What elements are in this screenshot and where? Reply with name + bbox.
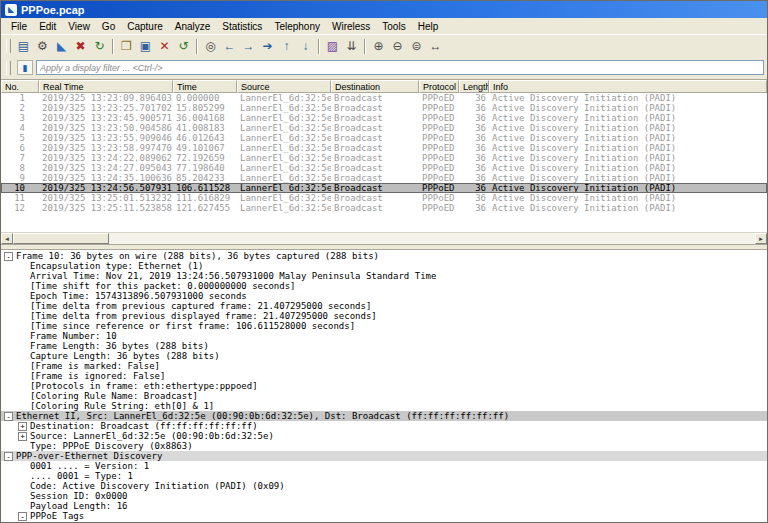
go-to-packet-button[interactable]: ➔ [258, 37, 277, 55]
detail-line[interactable]: [Coloring Rule String: eth[0] & 1] [1, 401, 767, 411]
packet-row[interactable]: 12019/325 13:23:09.8964030.000000LannerE… [1, 93, 767, 103]
toolbar-separator [112, 39, 114, 54]
tree-expander-minus-icon[interactable]: - [18, 512, 27, 521]
resize-columns-button[interactable]: ↔ [426, 37, 445, 55]
go-forward-button[interactable]: → [239, 37, 258, 55]
packet-row[interactable]: 42019/325 13:23:50.90458641.008183Lanner… [1, 123, 767, 133]
save-capture-button[interactable]: ▣ [136, 37, 155, 55]
restart-capture-button[interactable]: ↻ [90, 37, 109, 55]
menu-edit[interactable]: Edit [33, 20, 62, 33]
zoom-in-button[interactable]: ⊕ [369, 37, 388, 55]
detail-line[interactable]: [Time shift for this packet: 0.000000000… [1, 281, 767, 291]
go-back-button[interactable]: ← [220, 37, 239, 55]
capture-options-button[interactable]: ⚙ [33, 37, 52, 55]
scrollbar-thumb[interactable] [13, 233, 109, 244]
menu-help[interactable]: Help [412, 20, 445, 33]
column-header-realtime[interactable]: Real Time [39, 80, 173, 93]
detail-line[interactable]: [Coloring Rule Name: Broadcast] [1, 391, 767, 401]
zoom-original-button[interactable]: ⊜ [407, 37, 426, 55]
column-header-no[interactable]: No. [1, 80, 39, 93]
auto-scroll-button[interactable]: ⇊ [342, 37, 361, 55]
display-filter-input[interactable] [36, 60, 764, 75]
detail-line[interactable]: +Destination: Broadcast (ff:ff:ff:ff:ff:… [1, 421, 767, 431]
detail-line[interactable]: [Protocols in frame: eth:ethertype:pppoe… [1, 381, 767, 391]
detail-line[interactable]: +Source: LannerEl_6d:32:5e (00:90:0b:6d:… [1, 431, 767, 441]
detail-line[interactable]: -Ethernet II, Src: LannerEl_6d:32:5e (00… [1, 411, 767, 421]
start-capture-button[interactable]: ◣ [52, 37, 71, 55]
detail-line[interactable]: Host-Uniq: 1607000000000000 [1, 521, 767, 522]
menu-analyze[interactable]: Analyze [169, 20, 217, 33]
detail-line[interactable]: -Frame 10: 36 bytes on wire (288 bits), … [1, 251, 767, 261]
menu-file[interactable]: File [5, 20, 33, 33]
detail-line[interactable]: [Frame is ignored: False] [1, 371, 767, 381]
detail-line[interactable]: Frame Length: 36 bytes (288 bits) [1, 341, 767, 351]
tree-expander-plus-icon[interactable]: + [18, 432, 27, 441]
detail-line[interactable]: Code: Active Discovery Initiation (PADI)… [1, 481, 767, 491]
menu-telephony[interactable]: Telephony [268, 20, 326, 33]
detail-line[interactable]: [Time delta from previous displayed fram… [1, 311, 767, 321]
column-header-info[interactable]: Info [489, 80, 767, 93]
detail-line[interactable]: Epoch Time: 1574313896.507931000 seconds [1, 291, 767, 301]
packet-row[interactable]: 52019/325 13:23:55.90904646.012643Lanner… [1, 133, 767, 143]
filter-bookmark-icon[interactable]: ▮ [17, 60, 33, 75]
title-bar[interactable]: ◣ PPPoe.pcap [1, 1, 767, 18]
packet-row[interactable]: 72019/325 13:24:22.08906272.192659Lanner… [1, 153, 767, 163]
detail-line[interactable]: [Time delta from previous captured frame… [1, 301, 767, 311]
detail-line[interactable]: Arrival Time: Nov 21, 2019 13:24:56.5079… [1, 271, 767, 281]
detail-line[interactable]: Capture Length: 36 bytes (288 bits) [1, 351, 767, 361]
packet-row[interactable]: 22019/325 13:23:25.70170215.805299Lanner… [1, 103, 767, 113]
close-capture-button[interactable]: ✕ [155, 37, 174, 55]
stop-capture-button[interactable]: ✖ [71, 37, 90, 55]
column-header-length[interactable]: Length [459, 80, 489, 93]
detail-line[interactable]: 0001 .... = Version: 1 [1, 461, 767, 471]
cell-time: 77.198640 [173, 163, 237, 173]
detail-line[interactable]: Type: PPPoE Discovery (0x8863) [1, 441, 767, 451]
detail-line[interactable]: Encapsulation type: Ethernet (1) [1, 261, 767, 271]
detail-line[interactable]: .... 0001 = Type: 1 [1, 471, 767, 481]
column-header-source[interactable]: Source [237, 80, 331, 93]
tree-expander-plus-icon[interactable]: + [18, 422, 27, 431]
menu-go[interactable]: Go [96, 20, 121, 33]
detail-line[interactable]: Frame Number: 10 [1, 331, 767, 341]
reload-capture-button[interactable]: ↺ [174, 37, 193, 55]
scroll-right-button[interactable]: ► [755, 233, 767, 244]
packet-row[interactable]: 92019/325 13:24:35.10063685.204233Lanner… [1, 173, 767, 183]
cell-no: 5 [1, 133, 39, 143]
filterbar-grip[interactable] [6, 61, 11, 75]
menu-view[interactable]: View [62, 20, 96, 33]
colorize-packets-button[interactable]: ▨ [323, 37, 342, 55]
tree-expander-minus-icon[interactable]: - [4, 452, 13, 461]
scrollbar-track[interactable] [109, 233, 755, 244]
capture-interfaces-button[interactable]: ▤ [14, 37, 33, 55]
detail-line[interactable]: -PPPoE Tags [1, 511, 767, 521]
detail-text: Ethernet II, Src: LannerEl_6d:32:5e (00:… [16, 411, 509, 421]
packet-row[interactable]: 102019/325 13:24:56.507931106.611528Lann… [1, 183, 767, 193]
packet-row[interactable]: 62019/325 13:23:58.99747049.101067Lanner… [1, 143, 767, 153]
column-header-destination[interactable]: Destination [331, 80, 419, 93]
column-header-protocol[interactable]: Protocol [419, 80, 459, 93]
go-last-button[interactable]: ↓ [296, 37, 315, 55]
tree-expander-minus-icon[interactable]: - [4, 252, 13, 261]
open-capture-button[interactable]: ❐ [117, 37, 136, 55]
menu-capture[interactable]: Capture [121, 20, 169, 33]
detail-line[interactable]: Session ID: 0x0000 [1, 491, 767, 501]
menu-statistics[interactable]: Statistics [216, 20, 268, 33]
zoom-out-button[interactable]: ⊖ [388, 37, 407, 55]
menu-tools[interactable]: Tools [376, 20, 411, 33]
packet-list-hscrollbar[interactable]: ◄ ► [1, 232, 767, 244]
find-packet-button[interactable]: ◎ [201, 37, 220, 55]
detail-line[interactable]: [Time since reference or first frame: 10… [1, 321, 767, 331]
detail-line[interactable]: -PPP-over-Ethernet Discovery [1, 451, 767, 461]
packet-row[interactable]: 82019/325 13:24:27.09504377.198640Lanner… [1, 163, 767, 173]
scroll-left-button[interactable]: ◄ [1, 233, 13, 244]
menu-wireless[interactable]: Wireless [326, 20, 376, 33]
go-first-button[interactable]: ↑ [277, 37, 296, 55]
detail-line[interactable]: Payload Length: 16 [1, 501, 767, 511]
tree-expander-minus-icon[interactable]: - [4, 412, 13, 421]
column-header-time[interactable]: Time [173, 80, 237, 93]
detail-line[interactable]: [Frame is marked: False] [1, 361, 767, 371]
packet-row[interactable]: 122019/325 13:25:11.523858121.627455Lann… [1, 203, 767, 213]
packet-row[interactable]: 32019/325 13:23:45.90057136.004168Lanner… [1, 113, 767, 123]
toolbar-grip[interactable] [6, 39, 11, 53]
packet-row[interactable]: 112019/325 13:25:01.513232111.616829Lann… [1, 193, 767, 203]
